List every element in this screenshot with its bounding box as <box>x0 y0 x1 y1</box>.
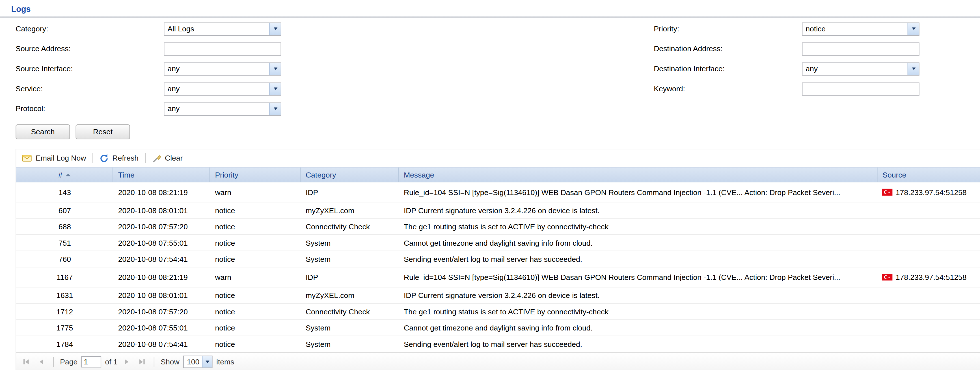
table-row[interactable]: 1631 2020-10-08 08:01:01 notice myZyXEL.… <box>16 287 980 303</box>
log-row-category: IDP <box>301 267 399 287</box>
table-row[interactable]: 607 2020-10-08 08:01:01 notice myZyXEL.c… <box>16 202 980 219</box>
priority-select-value: notice <box>805 23 826 35</box>
log-row-source <box>878 336 980 352</box>
filter-row-priority: Priority: notice <box>654 19 919 39</box>
email-log-now-button[interactable]: Email Log Now <box>22 153 86 163</box>
log-row-priority: notice <box>210 235 301 251</box>
chevron-down-icon[interactable] <box>202 356 212 367</box>
log-row-number: 1712 <box>16 303 113 319</box>
column-header-time[interactable]: Time <box>113 167 210 182</box>
column-header-message[interactable]: Message <box>399 167 877 182</box>
last-page-button[interactable] <box>136 356 148 367</box>
table-row[interactable]: 1167 2020-10-08 08:21:19 warn IDP Rule_i… <box>16 267 980 287</box>
column-header-priority[interactable]: Priority <box>210 167 301 182</box>
turkey-flag-icon <box>882 189 892 195</box>
log-row-priority: notice <box>210 219 301 234</box>
destination-address-input[interactable] <box>802 42 920 55</box>
table-row[interactable]: 688 2020-10-08 07:57:20 notice Connectiv… <box>16 219 980 235</box>
destination-address-label: Destination Address: <box>654 44 802 53</box>
log-row-category: System <box>301 251 399 267</box>
keyword-input[interactable] <box>802 82 920 95</box>
log-row-message: IDP Current signature version 3.2.4.226 … <box>399 202 877 218</box>
filter-row-service: Service: any <box>16 79 281 99</box>
source-interface-select[interactable]: any <box>164 62 282 75</box>
page-size-select[interactable]: 100 <box>183 356 213 368</box>
pager-separator <box>154 357 154 367</box>
logs-page: Logs Category: All Logs Source Address: … <box>0 0 980 389</box>
table-row[interactable]: 760 2020-10-08 07:54:41 notice System Se… <box>16 251 980 267</box>
chevron-down-icon[interactable] <box>269 23 281 35</box>
table-row[interactable]: 1712 2020-10-08 07:57:20 notice Connecti… <box>16 303 980 320</box>
log-row-message: Cannot get timezone and daylight saving … <box>399 320 877 335</box>
table-row[interactable]: 143 2020-10-08 08:21:19 warn IDP Rule_id… <box>16 183 980 202</box>
log-row-time: 2020-10-08 07:57:20 <box>113 219 210 234</box>
search-button[interactable]: Search <box>16 124 70 140</box>
log-row-time: 2020-10-08 08:01:01 <box>113 202 210 218</box>
chevron-down-icon[interactable] <box>908 63 919 75</box>
service-select[interactable]: any <box>164 82 282 95</box>
column-header-category[interactable]: Category <box>301 167 399 182</box>
source-address-input[interactable] <box>164 42 282 55</box>
priority-select[interactable]: notice <box>802 22 920 35</box>
chevron-down-icon[interactable] <box>269 63 281 75</box>
protocol-select[interactable]: any <box>164 102 282 115</box>
page-size-value: 100 <box>187 356 199 367</box>
refresh-button[interactable]: Refresh <box>99 154 138 163</box>
log-row-source: 178.233.97.54:51258 <box>878 267 980 287</box>
chevron-down-icon[interactable] <box>269 83 281 95</box>
filter-row-destination-address: Destination Address: <box>654 39 919 59</box>
log-row-source <box>878 235 980 251</box>
log-row-source: 178.233.97.54:51258 <box>878 183 980 202</box>
filter-row-destination-interface: Destination Interface: any <box>654 59 919 79</box>
log-row-category: System <box>301 235 399 251</box>
filter-row-keyword: Keyword: <box>654 79 919 99</box>
next-page-button[interactable] <box>121 356 133 367</box>
protocol-select-value: any <box>167 103 180 115</box>
grid-toolbar: Email Log Now Refresh <box>16 149 980 167</box>
turkey-flag-icon <box>882 274 892 281</box>
table-row[interactable]: 1775 2020-10-08 07:55:01 notice System C… <box>16 320 980 336</box>
log-row-priority: notice <box>210 320 301 335</box>
log-row-source <box>878 251 980 267</box>
previous-page-button[interactable] <box>36 356 47 367</box>
filter-form-left: Category: All Logs Source Address: Sourc… <box>16 19 281 119</box>
service-select-value: any <box>167 83 180 95</box>
destination-interface-select-value: any <box>805 63 818 75</box>
log-row-message: Rule_id=104 SSI=N [type=Sig(1134610)] WE… <box>399 267 877 287</box>
filter-actions: Search Reset <box>16 124 130 140</box>
reset-button[interactable]: Reset <box>75 124 130 140</box>
log-row-number: 688 <box>16 219 113 234</box>
log-row-source <box>878 219 980 234</box>
column-header-number[interactable]: # <box>16 167 113 182</box>
table-row[interactable]: 1784 2020-10-08 07:54:41 notice System S… <box>16 336 980 352</box>
keyword-label: Keyword: <box>654 84 802 93</box>
category-select[interactable]: All Logs <box>164 22 282 35</box>
table-row[interactable]: 751 2020-10-08 07:55:01 notice System Ca… <box>16 235 980 251</box>
log-row-number: 751 <box>16 235 113 251</box>
filter-row-category: Category: All Logs <box>16 19 281 39</box>
sort-ascending-icon <box>65 173 71 176</box>
column-header-source[interactable]: Source <box>878 167 980 182</box>
priority-label: Priority: <box>654 24 802 33</box>
log-row-message: Rule_id=104 SSI=N [type=Sig(1134610)] WE… <box>399 183 877 202</box>
log-row-number: 1631 <box>16 287 113 303</box>
category-select-value: All Logs <box>167 23 194 35</box>
clear-button[interactable]: Clear <box>152 154 183 163</box>
log-row-time: 2020-10-08 07:54:41 <box>113 336 210 352</box>
log-row-priority: warn <box>210 267 301 287</box>
log-row-category: System <box>301 336 399 352</box>
log-row-message: Sending event/alert log to mail server h… <box>399 251 877 267</box>
clear-label: Clear <box>165 154 183 162</box>
source-interface-select-value: any <box>167 63 180 75</box>
refresh-label: Refresh <box>112 154 138 162</box>
log-row-message: IDP Current signature version 3.2.4.226 … <box>399 287 877 303</box>
log-row-time: 2020-10-08 07:57:20 <box>113 303 210 319</box>
log-row-priority: notice <box>210 303 301 319</box>
filter-row-source-address: Source Address: <box>16 39 281 59</box>
page-input[interactable] <box>81 356 101 367</box>
source-interface-label: Source Interface: <box>16 65 164 73</box>
first-page-button[interactable] <box>21 356 32 367</box>
chevron-down-icon[interactable] <box>908 23 919 35</box>
chevron-down-icon[interactable] <box>269 103 281 115</box>
destination-interface-select[interactable]: any <box>802 62 920 75</box>
